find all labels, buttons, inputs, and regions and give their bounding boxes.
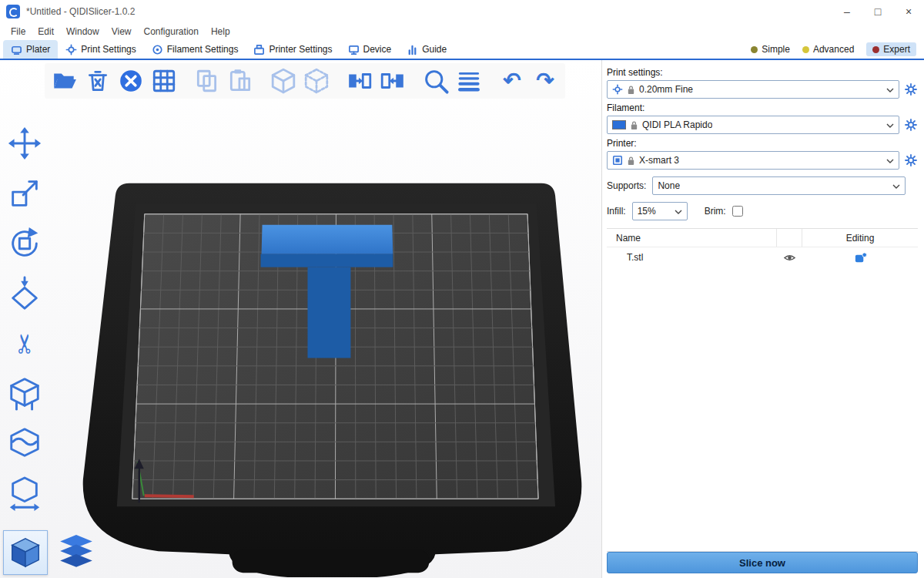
printer-label: Printer: <box>607 138 918 149</box>
print-settings-icon <box>65 44 77 55</box>
tab-filament-settings[interactable]: Filament Settings <box>144 40 246 59</box>
infill-label: Infill: <box>607 206 626 217</box>
print-settings-gear-button[interactable] <box>904 82 918 97</box>
add-instance-icon <box>346 68 373 94</box>
supports-combo[interactable]: None <box>652 176 906 195</box>
filament-combo[interactable]: QIDI PLA Rapido <box>607 116 899 134</box>
add-instance-button[interactable] <box>346 67 373 95</box>
print-settings-label: Print settings: <box>607 67 918 78</box>
paste-button[interactable] <box>226 67 254 95</box>
minimize-button[interactable]: – <box>832 0 862 23</box>
print-settings-combo[interactable]: 0.20mm Fine <box>607 80 899 99</box>
split-objects-button[interactable] <box>270 67 297 95</box>
arrange-button[interactable] <box>150 67 178 95</box>
copy-button[interactable] <box>193 67 221 95</box>
paint-supports-icon <box>7 376 42 412</box>
filament-label: Filament: <box>607 102 918 113</box>
tab-guide[interactable]: Guide <box>399 40 454 59</box>
tab-printer-settings[interactable]: Printer Settings <box>246 40 340 59</box>
mode-label: Advanced <box>813 44 854 55</box>
column-name: Name <box>607 233 776 244</box>
preview-view-button[interactable] <box>54 530 99 575</box>
cut-button[interactable]: ✂ <box>5 324 45 364</box>
split-objects-icon <box>270 68 296 94</box>
menu-window[interactable]: Window <box>60 25 105 39</box>
print-settings-value: 0.20mm Fine <box>639 84 693 95</box>
mode-label: Simple <box>762 44 790 55</box>
place-on-face-button[interactable] <box>5 274 45 314</box>
open-button[interactable] <box>51 67 79 95</box>
gizmo-toolbar: ✂ <box>5 123 45 514</box>
filament-settings-icon <box>152 44 163 55</box>
maximize-button[interactable]: □ <box>862 0 893 23</box>
mode-label: Expert <box>883 44 910 55</box>
supports-value: None <box>658 180 680 191</box>
delete-button[interactable] <box>84 67 112 95</box>
eye-icon <box>783 251 796 264</box>
seam-icon <box>7 426 42 462</box>
editing-button[interactable] <box>802 251 918 264</box>
mode-expert[interactable]: Expert <box>866 42 916 56</box>
slice-now-button[interactable]: Slice now <box>607 552 918 573</box>
rotate-button[interactable] <box>5 223 45 264</box>
menu-edit[interactable]: Edit <box>32 25 60 39</box>
tab-device[interactable]: Device <box>340 40 400 59</box>
measure-button[interactable] <box>5 474 45 514</box>
mode-advanced[interactable]: Advanced <box>802 44 854 55</box>
undo-icon: ↶ <box>503 70 521 92</box>
3d-viewport[interactable]: ↶ ↷ ✂ <box>0 60 602 578</box>
remove-instance-button[interactable] <box>379 67 407 95</box>
gear-icon <box>905 119 917 131</box>
lock-icon <box>630 120 638 130</box>
mode-simple[interactable]: Simple <box>751 44 790 55</box>
chevron-down-icon <box>892 184 900 189</box>
undo-button[interactable]: ↶ <box>498 67 526 95</box>
seam-button[interactable] <box>5 424 45 464</box>
device-icon <box>348 44 360 55</box>
split-parts-icon <box>303 68 330 94</box>
menu-file[interactable]: File <box>5 25 32 39</box>
chevron-down-icon <box>886 123 894 128</box>
settings-panel: Print settings: 0.20mm Fine Filament: QI… <box>602 60 924 578</box>
cut-icon: ✂ <box>12 333 38 355</box>
delete-all-button[interactable] <box>117 67 145 95</box>
menu-help[interactable]: Help <box>205 25 236 39</box>
column-editing: Editing <box>802 233 918 244</box>
printer-icon <box>612 155 623 166</box>
printer-combo[interactable]: X-smart 3 <box>607 151 899 170</box>
window-controls: – □ × <box>832 0 924 23</box>
printer-gear-button[interactable] <box>904 153 918 168</box>
editor-3d-view-button[interactable] <box>3 530 48 575</box>
redo-icon: ↷ <box>536 70 554 92</box>
build-plate-scene[interactable] <box>0 60 601 577</box>
tab-label: Filament Settings <box>167 44 239 55</box>
edit-icon <box>854 251 867 264</box>
move-button[interactable] <box>5 123 45 163</box>
rotate-icon <box>7 226 42 261</box>
tab-plater[interactable]: Plater <box>3 40 58 59</box>
object-row[interactable]: T.stl <box>607 247 918 267</box>
filament-color-swatch <box>612 120 626 129</box>
search-button[interactable] <box>422 67 450 95</box>
filament-gear-button[interactable] <box>904 117 918 133</box>
visibility-toggle[interactable] <box>776 251 802 264</box>
layer-height-button[interactable] <box>455 67 483 95</box>
delete-all-icon <box>118 68 144 94</box>
supports-label: Supports: <box>607 180 646 191</box>
scale-icon <box>7 176 42 211</box>
menu-configuration[interactable]: Configuration <box>138 25 205 39</box>
split-parts-button[interactable] <box>303 67 330 95</box>
paint-supports-button[interactable] <box>5 374 45 414</box>
redo-button[interactable]: ↷ <box>531 67 559 95</box>
scale-button[interactable] <box>5 173 45 213</box>
close-button[interactable]: × <box>893 0 924 23</box>
remove-instance-icon <box>380 68 406 94</box>
brim-checkbox[interactable] <box>732 206 743 217</box>
copy-icon <box>194 68 220 94</box>
viewport-toolbar: ↶ ↷ <box>45 63 565 99</box>
infill-combo[interactable]: 15% <box>632 202 688 220</box>
object-list: Name Editing T.stl <box>607 228 918 552</box>
axis-x <box>145 496 194 496</box>
menu-view[interactable]: View <box>105 25 138 39</box>
tab-print-settings[interactable]: Print Settings <box>58 40 143 59</box>
